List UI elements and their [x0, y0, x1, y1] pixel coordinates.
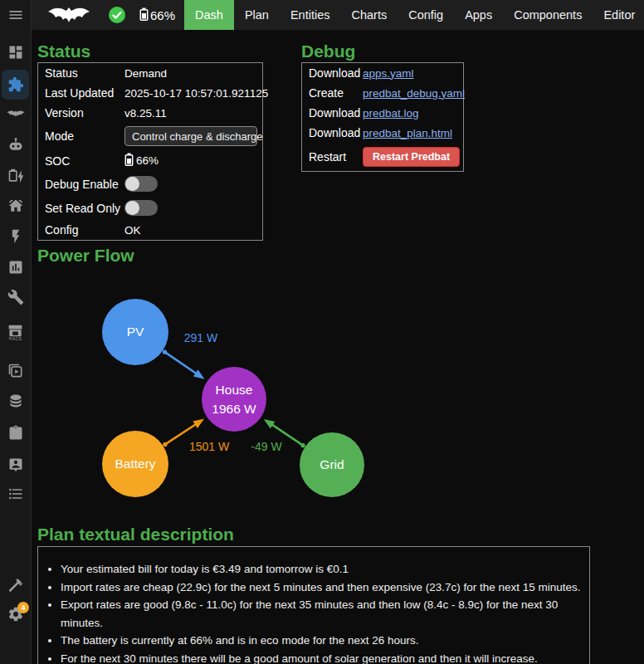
status-row-label: Status	[45, 66, 124, 80]
status-row-label: Version	[45, 106, 124, 120]
predbat_plan.html-link[interactable]: predbat_plan.html	[363, 127, 452, 139]
debug-row: Createpredbat_debug.yaml	[302, 83, 463, 103]
svg-text:1966 W: 1966 W	[212, 402, 256, 416]
debug-row: RestartRestart Predbat	[302, 143, 463, 171]
status-row-value: v8.25.11	[124, 107, 167, 120]
plan-bullet-list: Your estimated bill for today is €3.49 a…	[38, 560, 589, 664]
sidebar-item-dashboard-icon[interactable]	[0, 37, 31, 67]
tab-plan[interactable]: Plan	[234, 0, 280, 30]
status-row-label: Debug Enable	[45, 178, 124, 191]
navbar-battery-label: 66%	[150, 8, 175, 22]
status-row: ConfigOK	[38, 220, 262, 240]
sidebar-item-wrench-icon[interactable]	[0, 282, 31, 312]
tab-components[interactable]: Components	[503, 0, 593, 30]
navbar-battery-indicator: 66%	[139, 7, 175, 23]
plan-bullet: Import rates are cheap (22.9c) for the n…	[61, 579, 589, 597]
sidebar-item-home-energy-icon[interactable]	[0, 191, 31, 221]
sidebar-item-bat-icon[interactable]	[0, 99, 31, 129]
flow-edge-label: -49 W	[251, 440, 282, 453]
flow-node-house: House1966 W	[202, 367, 266, 432]
status-row: ModeControl charge & discharge	[38, 123, 262, 149]
debug-enable-toggle[interactable]	[124, 176, 158, 192]
sidebar-item-robot-icon[interactable]	[0, 130, 31, 160]
sidebar-item-database-icon[interactable]	[0, 386, 31, 416]
status-row: Versionv8.25.11	[38, 103, 262, 123]
status-table: StatusDemandLast Updated2025-10-17 10:57…	[37, 62, 263, 241]
sidebar-item-hacs-icon[interactable]: HACS	[0, 318, 31, 348]
mode-select[interactable]: Control charge & discharge	[124, 126, 257, 146]
nav-tabs: DashPlanEntitiesChartsConfigAppsComponen…	[184, 0, 644, 30]
sidebar-item-battery-station-icon[interactable]	[0, 161, 31, 191]
tab-config[interactable]: Config	[398, 0, 454, 30]
debug-row-label: Download	[309, 66, 363, 80]
tab-dash[interactable]: Dash	[184, 0, 234, 30]
sidebar-item-account-badge-icon[interactable]	[0, 450, 31, 480]
debug-row-label: Restart	[309, 150, 363, 164]
status-heading: Status	[37, 42, 90, 61]
svg-text:PV: PV	[127, 325, 144, 339]
sidebar-item-chart-box-icon[interactable]	[0, 252, 31, 282]
plan-bullet: The battery is currently at 66% and is i…	[61, 632, 589, 650]
power-flow-heading: Power Flow	[37, 246, 134, 266]
plan-bullet: Your estimated bill for today is €3.49 a…	[61, 560, 589, 579]
tab-editor[interactable]: Editor	[593, 0, 644, 30]
debug-row-label: Create	[309, 86, 363, 100]
menu-icon[interactable]	[0, 0, 31, 30]
tab-apps[interactable]: Apps	[454, 0, 503, 30]
predbat_debug.yaml-link[interactable]: predbat_debug.yaml	[363, 87, 465, 100]
status-row-value: Demand	[124, 67, 167, 80]
set-read-only-toggle[interactable]	[124, 200, 158, 216]
soc-value: 66%	[136, 154, 159, 167]
status-row: Debug Enable	[38, 172, 262, 196]
sidebar-item-lightning-icon[interactable]	[0, 222, 31, 251]
left-sidebar: HACS4	[0, 0, 32, 664]
debug-row: Downloadpredbat.log	[302, 103, 463, 123]
sidebar-item-hammer-icon[interactable]	[0, 570, 31, 600]
flow-node-grid: Grid	[300, 432, 364, 497]
top-navbar: 66% DashPlanEntitiesChartsConfigAppsComp…	[32, 0, 644, 30]
debug-row: Downloadpredbat_plan.html	[302, 123, 463, 143]
predbat.log-link[interactable]: predbat.log	[363, 107, 419, 120]
status-ok-check-icon	[108, 6, 126, 24]
flow-node-pv: PV	[102, 299, 168, 365]
debug-heading: Debug	[301, 42, 355, 61]
debug-table: Downloadapps.yamlCreatepredbat_debug.yam…	[301, 62, 464, 172]
sidebar-item-puzzle-icon[interactable]	[2, 70, 29, 100]
flow-edge-label: 1501 W	[189, 440, 230, 453]
sidebar-item-clipboard-icon[interactable]	[0, 418, 31, 448]
restart-predbat-button[interactable]: Restart Predbat	[363, 147, 460, 167]
tab-charts[interactable]: Charts	[340, 0, 398, 30]
plan-bullet: Export rates are good (9.8c - 11.0c) for…	[61, 596, 589, 632]
status-row-label: Last Updated	[45, 86, 124, 100]
battery-icon	[139, 7, 149, 23]
status-row: SOC66%	[38, 149, 262, 172]
notification-badge: 4	[17, 602, 29, 613]
svg-text:House: House	[216, 383, 253, 397]
debug-row: Downloadapps.yaml	[302, 63, 463, 83]
sidebar-item-gear-icon[interactable]: 4	[0, 599, 31, 629]
plan-description-box: Your estimated bill for today is €3.49 a…	[37, 546, 590, 664]
status-row: Last Updated2025-10-17 10:57:01.921125	[38, 83, 262, 103]
plan-bullet: For the next 30 minutes there will be a …	[61, 650, 589, 664]
status-row-label: Set Read Only	[45, 202, 124, 215]
svg-text:Battery: Battery	[115, 456, 155, 471]
status-row-label: SOC	[45, 154, 124, 168]
svg-text:Grid: Grid	[320, 457, 344, 471]
debug-row-label: Download	[309, 106, 363, 120]
status-row-label: Config	[45, 223, 124, 237]
status-row-label: Mode	[45, 129, 124, 143]
status-row: StatusDemand	[38, 63, 262, 83]
predbat-logo-icon	[47, 6, 90, 24]
status-row-value: 2025-10-17 10:57:01.921125	[124, 87, 268, 100]
flow-edge-label: 291 W	[184, 331, 218, 344]
apps.yaml-link[interactable]: apps.yaml	[363, 67, 414, 80]
status-row-value: OK	[124, 224, 141, 237]
tab-entities[interactable]: Entities	[280, 0, 341, 30]
sidebar-item-list-icon[interactable]	[0, 479, 31, 509]
sidebar-item-media-play-icon[interactable]	[0, 356, 31, 386]
flow-node-battery: Battery	[102, 431, 168, 497]
battery-icon	[124, 153, 134, 168]
power-flow-diagram: 291 W1501 W-49 WPVHouse1966 WBatteryGrid	[37, 274, 502, 516]
plan-heading: Plan textual description	[37, 525, 234, 544]
debug-row-label: Download	[309, 126, 363, 139]
